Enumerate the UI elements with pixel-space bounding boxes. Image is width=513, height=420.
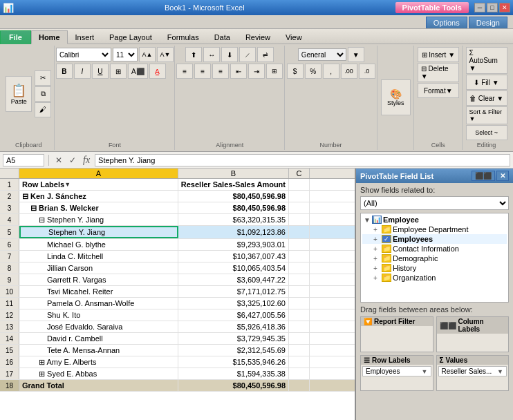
increase-font-btn[interactable]: A▲ xyxy=(139,47,156,62)
cell-b15[interactable]: $2,312,545.69 xyxy=(178,345,289,356)
copy-btn[interactable]: ⧉ xyxy=(35,86,51,102)
row-labels-content[interactable]: Employees ▼ xyxy=(361,365,433,390)
tree-item-organization[interactable]: + 📁 Organization xyxy=(362,273,507,283)
font-size-select[interactable]: 11 xyxy=(113,48,138,61)
underline-btn[interactable]: U xyxy=(92,64,109,79)
cell-a12[interactable]: Shu K. Ito xyxy=(19,309,178,321)
cell-b12[interactable]: $6,427,005.56 xyxy=(178,309,289,321)
values-area[interactable]: Σ Values Reseller Sales... ▼ xyxy=(436,355,510,391)
show-fields-select[interactable]: (All) xyxy=(360,196,509,210)
col-header-b[interactable]: B xyxy=(178,169,289,178)
merge-btn[interactable]: ⊞ xyxy=(266,64,283,79)
restore-btn[interactable]: □ xyxy=(487,3,498,12)
italic-btn[interactable]: I xyxy=(74,64,91,79)
cell-b14[interactable]: $3,729,945.35 xyxy=(178,333,289,344)
border-btn[interactable]: ⊞ xyxy=(110,64,127,79)
cell-a3[interactable]: ⊟ Brian S. Welcker xyxy=(19,202,178,213)
align-top-btn[interactable]: ⬆ xyxy=(185,47,202,62)
cell-a13[interactable]: José Edvaldo. Saraiva xyxy=(19,321,178,332)
align-center-btn[interactable]: ≡ xyxy=(194,64,211,79)
sort-filter-btn[interactable]: Sort & Filter ▼ xyxy=(466,106,507,124)
tree-item-employees[interactable]: + ✓ Employees xyxy=(362,234,507,244)
wrap-text-btn[interactable]: ⇌ xyxy=(257,47,274,62)
close-btn[interactable]: ✕ xyxy=(499,3,510,12)
fill-color-btn[interactable]: A⬛ xyxy=(128,64,148,79)
align-bottom-btn[interactable]: ⬇ xyxy=(221,47,238,62)
tab-view[interactable]: View xyxy=(278,30,310,44)
col-b-header-cell[interactable]: Reseller Sales-Sales Amount xyxy=(178,179,289,190)
spreadsheet-body[interactable]: 1 Row Labels ▼ Reseller Sales-Sales Amou… xyxy=(0,179,355,420)
tab-formulas[interactable]: Formulas xyxy=(160,30,207,44)
formula-input[interactable] xyxy=(95,154,510,166)
col-a-header-cell[interactable]: Row Labels ▼ xyxy=(19,179,178,190)
expand-icon[interactable]: + xyxy=(373,226,382,233)
cell-b13[interactable]: $5,926,418.36 xyxy=(178,321,289,332)
font-name-select[interactable]: Calibri xyxy=(56,48,111,61)
minimize-btn[interactable]: ─ xyxy=(474,3,485,12)
tree-item-demographic[interactable]: + 📁 Demographic xyxy=(362,254,507,263)
expand-icon[interactable]: + xyxy=(373,255,382,262)
col-header-c[interactable]: C xyxy=(289,169,310,178)
tab-insert[interactable]: Insert xyxy=(68,30,102,44)
dec-increase-btn[interactable]: .00 xyxy=(341,64,357,79)
tree-item-employee[interactable]: ▼ 📊 Employee xyxy=(362,215,507,225)
decrease-indent-btn[interactable]: ⇤ xyxy=(230,64,247,79)
drag-arrow-icon[interactable]: ▼ xyxy=(422,368,428,375)
cell-reference[interactable] xyxy=(3,154,44,166)
align-left-btn[interactable]: ≡ xyxy=(176,64,193,79)
expand-icon[interactable]: ▼ xyxy=(364,216,372,224)
format-cells-btn[interactable]: Format ▼ xyxy=(418,83,459,98)
tree-item-employee-dept[interactable]: + 📁 Employee Department xyxy=(362,225,507,234)
filter-arrow-icon[interactable]: ▼ xyxy=(64,181,71,188)
cut-btn[interactable]: ✂ xyxy=(35,70,51,86)
cell-a7[interactable]: Linda C. Mitchell xyxy=(19,251,178,262)
row-labels-area[interactable]: ☰ Row Labels Employees ▼ xyxy=(360,355,433,391)
cell-b16[interactable]: $15,535,946.26 xyxy=(178,356,289,368)
tab-file[interactable]: File xyxy=(0,30,31,44)
font-color-btn[interactable]: A̲ xyxy=(149,64,166,79)
tab-home[interactable]: Home xyxy=(31,30,68,44)
number-format-btn[interactable]: ▼ xyxy=(348,47,364,62)
confirm-formula-icon[interactable]: ✓ xyxy=(67,155,78,165)
expand-icon[interactable]: + xyxy=(373,245,382,253)
cell-b4[interactable]: $63,320,315.35 xyxy=(178,214,289,225)
tab-page-layout[interactable]: Page Layout xyxy=(102,30,160,44)
row-label-item-employees[interactable]: Employees ▼ xyxy=(362,366,431,376)
values-content[interactable]: Reseller Sales... ▼ xyxy=(437,365,509,390)
cell-a10[interactable]: Tsvi Micahel. Reiter xyxy=(19,286,178,297)
insert-cells-btn[interactable]: ⊞ Insert ▼ xyxy=(418,47,459,62)
cell-a9[interactable]: Garrett R. Vargas xyxy=(19,274,178,285)
window-controls[interactable]: ─ □ ✕ xyxy=(474,3,510,12)
options-tab[interactable]: Options xyxy=(426,17,467,28)
pivot-reorder-btn[interactable]: ⬛⬛ xyxy=(472,171,495,181)
comma-btn[interactable]: , xyxy=(323,64,339,79)
cell-b8[interactable]: $10,065,403.54 xyxy=(178,262,289,274)
bold-btn[interactable]: B xyxy=(56,64,73,79)
cell-b5[interactable]: $1,092,123.86 xyxy=(178,226,289,238)
cell-a5[interactable]: Stephen Y. Jiang xyxy=(19,226,178,238)
design-tab[interactable]: Design xyxy=(469,17,507,28)
dec-decrease-btn[interactable]: .0 xyxy=(359,64,375,79)
cell-a2[interactable]: ⊟ Ken J. Sánchez xyxy=(19,191,178,202)
cell-a15[interactable]: Tete A. Mensa-Annan xyxy=(19,345,178,356)
insert-function-icon[interactable]: fx xyxy=(81,155,92,166)
increase-indent-btn[interactable]: ⇥ xyxy=(248,64,265,79)
tree-item-contact[interactable]: + 📁 Contact Information xyxy=(362,244,507,254)
tree-item-history[interactable]: + 📁 History xyxy=(362,263,507,273)
drag-arrow-values-icon[interactable]: ▼ xyxy=(497,368,503,375)
tab-review[interactable]: Review xyxy=(238,30,278,44)
expand-icon[interactable]: + xyxy=(373,274,382,282)
decrease-font-btn[interactable]: A▼ xyxy=(157,47,174,62)
delete-cells-btn[interactable]: ⊟ Delete ▼ xyxy=(418,63,459,82)
align-middle-btn[interactable]: ↔ xyxy=(203,47,220,62)
cell-a11[interactable]: Pamela O. Ansman-Wolfe xyxy=(19,298,178,309)
cell-b10[interactable]: $7,171,012.75 xyxy=(178,286,289,297)
fill-btn[interactable]: ⬇ Fill ▼ xyxy=(466,75,507,90)
currency-btn[interactable]: $ xyxy=(287,64,304,79)
number-format-select[interactable]: General xyxy=(298,48,346,61)
cell-b7[interactable]: $10,367,007.43 xyxy=(178,251,289,262)
cell-b6[interactable]: $9,293,903.01 xyxy=(178,239,289,250)
cell-b17[interactable]: $1,594,335.38 xyxy=(178,368,289,379)
align-right-btn[interactable]: ≡ xyxy=(212,64,229,79)
cell-b18[interactable]: $80,450,596.98 xyxy=(178,380,289,391)
